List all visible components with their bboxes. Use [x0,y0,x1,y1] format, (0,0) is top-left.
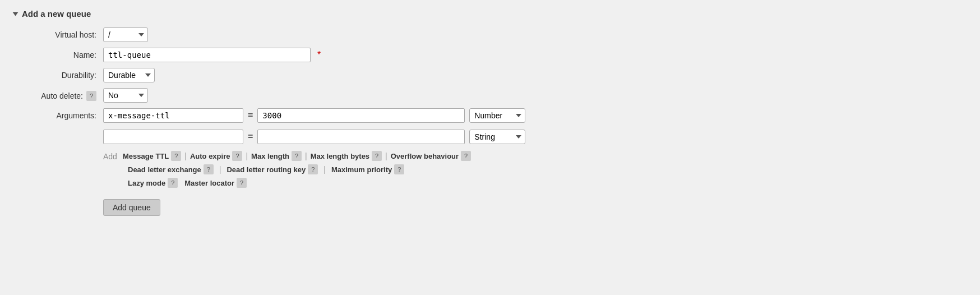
shortcut-message-ttl: Message TTL ? [123,151,181,161]
dead-letter-routing-key-help[interactable]: ? [308,164,318,174]
shortcut-max-length: Max length ? [251,151,302,161]
sep-4: | [385,151,387,160]
maximum-priority-help[interactable]: ? [394,164,404,174]
overflow-behaviour-link[interactable]: Overflow behaviour [391,152,459,160]
name-input[interactable] [103,48,311,62]
shortcut-dead-letter-routing-key: Dead letter routing key ? [226,164,318,174]
durability-control: Durable Transient [103,68,155,82]
dead-letter-exchange-help[interactable]: ? [204,164,214,174]
dead-letter-exchange-link[interactable]: Dead letter exchange [128,165,201,174]
shortcut-overflow-behaviour: Overflow behaviour ? [391,151,471,161]
arg-row-0: = Number String Boolean List Float [103,108,525,123]
master-locator-help[interactable]: ? [237,178,247,188]
shortcut-maximum-priority: Maximum priority ? [331,164,404,174]
message-ttl-help[interactable]: ? [171,151,181,161]
arg-lines: = Number String Boolean List Float = [103,108,525,148]
shortcut-row3: Lazy mode ? Master locator ? [103,178,525,188]
maximum-priority-link[interactable]: Maximum priority [331,165,392,174]
arguments-section: = Number String Boolean List Float = [103,108,525,188]
arguments-row: Arguments: = Number String Boolean List … [13,108,967,188]
auto-expire-link[interactable]: Auto expire [190,152,230,160]
add-row: Add Message TTL ? | Auto expire ? | Max … [103,151,525,161]
arg-val-0[interactable] [257,108,465,123]
arg-type-0[interactable]: Number String Boolean List Float [469,108,525,123]
master-locator-link[interactable]: Master locator [184,179,234,187]
virtual-host-control: / [103,27,148,42]
auto-delete-select[interactable]: No Yes [103,88,148,103]
arg-key-1[interactable] [103,130,243,144]
virtual-host-label: Virtual host: [13,27,103,39]
lazy-mode-help[interactable]: ? [168,178,178,188]
shortcut-row2: Dead letter exchange ? | Dead letter rou… [103,164,525,174]
auto-delete-label-group: Auto delete: ? [13,88,103,101]
auto-delete-label: Auto delete: [41,91,83,100]
auto-expire-help[interactable]: ? [232,151,242,161]
auto-delete-row: Auto delete: ? No Yes [13,88,967,103]
add-queue-button[interactable]: Add queue [103,199,160,216]
auto-delete-control: No Yes [103,88,148,103]
durability-label: Durability: [13,68,103,80]
durability-row: Durability: Durable Transient [13,68,967,82]
add-label: Add [103,151,117,161]
arg-row-1: = String Number Boolean List Float [103,130,525,144]
arg-val-1[interactable] [257,130,465,144]
sep-2: | [246,151,248,160]
shortcut-lazy-mode: Lazy mode ? [128,178,178,188]
section-title: Add a new queue [22,9,91,19]
message-ttl-link[interactable]: Message TTL [123,152,169,160]
name-label: Name: [13,48,103,59]
auto-delete-help-icon[interactable]: ? [86,91,96,101]
equals-1: = [248,132,253,142]
arguments-label: Arguments: [13,108,103,120]
arg-key-0[interactable] [103,108,243,123]
sep-1: | [184,151,187,160]
overflow-behaviour-help[interactable]: ? [461,151,471,161]
virtual-host-row: Virtual host: / [13,27,967,42]
max-length-bytes-help[interactable]: ? [372,151,382,161]
dead-letter-routing-key-link[interactable]: Dead letter routing key [226,165,306,174]
shortcut-master-locator: Master locator ? [184,178,247,188]
virtual-host-select[interactable]: / [103,27,148,42]
equals-0: = [248,110,253,121]
shortcut-auto-expire: Auto expire ? [190,151,243,161]
arg-type-1[interactable]: String Number Boolean List Float [469,130,525,144]
sep-5: | [219,165,221,174]
name-control: * [103,48,321,62]
sep-3: | [305,151,307,160]
shortcut-max-length-bytes: Max length bytes ? [311,151,382,161]
section-header: Add a new queue [13,9,967,19]
max-length-link[interactable]: Max length [251,152,289,160]
max-length-help[interactable]: ? [292,151,302,161]
shortcut-buttons-row1: Message TTL ? | Auto expire ? | Max leng… [123,151,471,161]
buttons-row: Add queue [13,199,967,216]
name-row: Name: * [13,48,967,62]
max-length-bytes-link[interactable]: Max length bytes [311,152,369,160]
required-indicator: * [317,50,321,60]
sep-6: | [323,165,326,174]
add-queue-container: Add a new queue Virtual host: / Name: * … [0,0,980,295]
shortcut-dead-letter-exchange: Dead letter exchange ? [128,164,214,174]
lazy-mode-link[interactable]: Lazy mode [128,179,165,187]
durability-select[interactable]: Durable Transient [103,68,155,82]
collapse-icon[interactable] [13,12,19,16]
